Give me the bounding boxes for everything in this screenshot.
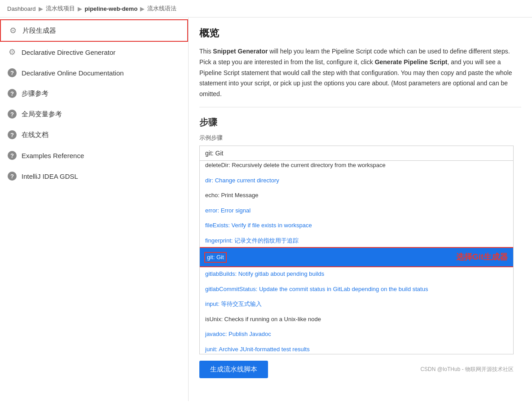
overview-text-1: This (199, 48, 213, 55)
sidebar-label-step-ref: 步骤参考 (22, 89, 48, 98)
overview-bold-1: Snippet Generator (213, 48, 268, 55)
steps-title: 步骤 (199, 116, 521, 128)
sidebar-label-examples: Examples Reference (22, 152, 84, 159)
sidebar-label-doc: 在线文档 (22, 131, 48, 139)
step-list-item[interactable]: deleteDir: Recursively delete the curren… (200, 161, 513, 173)
generate-area: 生成流水线脚本 CSDN @IoTHub - 物联网开源技术社区 (199, 354, 514, 382)
sidebar-label-gdsl: IntelliJ IDEA GDSL (22, 172, 78, 180)
step-list-item[interactable]: gitlabCommitStatus: Update the commit st… (200, 282, 513, 297)
sidebar-item-declarative-online-doc[interactable]: ? Declarative Online Documentation (0, 62, 188, 83)
step-list-item[interactable]: fingerprint: 记录文件的指纹用于追踪 (200, 233, 513, 248)
step-list-item[interactable]: javadoc: Publish Javadoc (200, 327, 513, 342)
sidebar-item-snippet-generator[interactable]: ⚙ 片段生成器 (0, 19, 188, 42)
overview-text: This Snippet Generator will help you lea… (199, 46, 521, 107)
step-list-item[interactable]: input: 等待交互式输入 (200, 296, 513, 312)
step-list-item[interactable]: error: Error signal (200, 203, 513, 218)
main-content: 概览 This Snippet Generator will help you … (189, 18, 532, 401)
step-list-item[interactable]: fileExists: Verify if file exists in wor… (200, 218, 513, 233)
steps-sub: 示例步骤 (199, 134, 521, 142)
breadcrumb-pipeline-web-demo[interactable]: pipeline-web-demo (85, 5, 138, 12)
breadcrumb-sep-2: ▶ (78, 5, 82, 12)
sidebar: ⚙ 片段生成器 ⚙ Declarative Directive Generato… (0, 18, 189, 401)
annotation-label: 选择Git生成器 (456, 251, 508, 263)
sidebar-label-snippet: 片段生成器 (22, 27, 56, 35)
overview-title: 概览 (199, 27, 521, 40)
sidebar-item-declarative-directive[interactable]: ⚙ Declarative Directive Generator (0, 42, 188, 62)
breadcrumb-sep-3: ▶ (140, 5, 145, 12)
sidebar-label-directive: Declarative Directive Generator (22, 49, 115, 56)
question-icon-examples: ? (7, 150, 17, 160)
gear-icon-active: ⚙ (8, 26, 18, 35)
step-list-item[interactable]: git: Git选择Git生成器 (200, 248, 513, 266)
step-list-item[interactable]: dir: Change current directory (200, 173, 513, 188)
question-icon-online-doc: ? (7, 68, 17, 78)
step-list-item[interactable]: isUnix: Checks if running on a Unix-like… (200, 312, 513, 327)
sidebar-item-global-variable[interactable]: ? 全局变量参考 (0, 104, 188, 124)
step-selected-display[interactable]: git: Git (200, 146, 513, 161)
sidebar-label-global: 全局变量参考 (22, 110, 62, 119)
step-list-item[interactable]: gitlabBuilds: Notify gitlab about pendin… (200, 266, 513, 282)
question-icon-step-ref: ? (7, 88, 17, 98)
overview-bold-2: Generate Pipeline Script (375, 58, 448, 66)
sidebar-item-step-reference[interactable]: ? 步骤参考 (0, 83, 188, 104)
step-list-wrapper: acceptGitLabMR: Accept GitLab Merge Requ… (200, 161, 513, 354)
step-list-item[interactable]: echo: Print Message (200, 188, 513, 203)
step-select-container: git: Git acceptGitLabMR: Accept GitLab M… (199, 146, 514, 354)
breadcrumb-dashboard[interactable]: Dashboard (7, 5, 36, 12)
sidebar-item-intellij-gdsl[interactable]: ? IntelliJ IDEA GDSL (0, 166, 188, 186)
step-list[interactable]: acceptGitLabMR: Accept GitLab Merge Requ… (200, 161, 513, 354)
breadcrumb-pipeline-project[interactable]: 流水线项目 (46, 4, 75, 13)
question-icon-global: ? (7, 109, 17, 119)
question-icon-doc: ? (7, 130, 17, 140)
breadcrumb-pipeline-syntax: 流水线语法 (147, 4, 176, 13)
csdn-label: CSDN @IoTHub - 物联网开源技术社区 (420, 366, 514, 373)
breadcrumb: Dashboard ▶ 流水线项目 ▶ pipeline-web-demo ▶ … (0, 0, 532, 18)
generate-button[interactable]: 生成流水线脚本 (199, 361, 268, 378)
question-icon-gdsl: ? (7, 171, 17, 181)
sidebar-item-examples-reference[interactable]: ? Examples Reference (0, 145, 188, 166)
step-list-item[interactable]: junit: Archive JUnit-formatted test resu… (200, 342, 513, 354)
gear-icon-directive: ⚙ (7, 47, 17, 57)
sidebar-label-online-doc: Declarative Online Documentation (22, 69, 124, 77)
sidebar-item-online-doc[interactable]: ? 在线文档 (0, 124, 188, 145)
breadcrumb-sep-1: ▶ (39, 5, 43, 12)
